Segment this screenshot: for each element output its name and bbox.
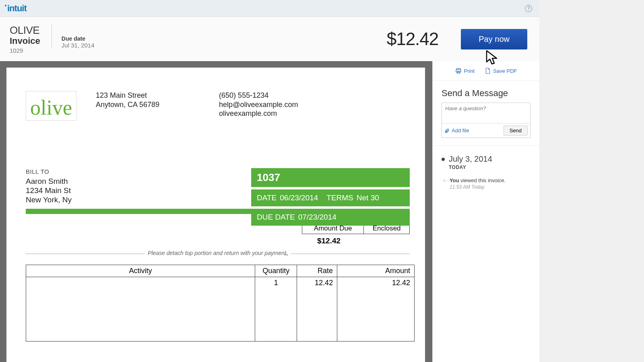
detach-instruction: ✂ Please detach top portion and return w…	[26, 253, 410, 259]
message-input[interactable]	[442, 103, 530, 121]
table-row: 1 12.42 12.42	[26, 277, 415, 341]
timeline-today-label: TODAY	[449, 165, 530, 170]
bill-to-block: Aaron Smith 1234 Main St New York, Ny	[26, 177, 251, 205]
amount-due-value: $12.42	[302, 237, 356, 245]
timeline-event-bullet	[443, 179, 446, 182]
invoice-due-date-row: DUE DATE07/23/2014	[251, 209, 410, 226]
invoice-amount-total: $12.42	[387, 29, 439, 49]
invoice-document: olive 123 Main Street Anytown, CA 56789 …	[6, 68, 425, 362]
brand-bar: intuit ?	[0, 0, 539, 17]
merchant-logo: olive	[26, 91, 76, 121]
col-quantity: Quantity	[255, 265, 297, 277]
due-date-value: Jul 31, 2014	[62, 42, 95, 49]
send-message-title: Send a Message	[442, 88, 530, 99]
col-rate: Rate	[297, 265, 337, 277]
print-button[interactable]: Print	[455, 68, 475, 74]
merchant-contact: (650) 555-1234 help@oliveexample.com oli…	[219, 91, 298, 121]
invoice-date-terms-row: DATE06/23/2014 TERMSNet 30	[251, 189, 410, 206]
invoice-meta-block: 1037 DATE06/23/2014 TERMSNet 30 DUE DATE…	[251, 168, 410, 228]
side-panel: Print Save PDF Send a Message Add file	[432, 61, 539, 362]
document-number: 1029	[10, 47, 40, 54]
document-type: Invoice	[10, 36, 40, 46]
timeline-bullet	[442, 158, 445, 161]
line-items-table: Activity Quantity Rate Amount 1 12.42 12…	[26, 265, 415, 341]
timeline-event: You viewed this invoice. 11:53 AM Today	[443, 177, 530, 190]
pay-now-button[interactable]: Pay now	[461, 29, 527, 49]
print-icon	[455, 68, 462, 74]
invoice-number-row: 1037	[251, 168, 410, 187]
scissors-icon: ✂	[284, 252, 288, 258]
send-button[interactable]: Send	[504, 125, 528, 136]
add-file-button[interactable]: Add file	[444, 128, 469, 134]
svg-rect-1	[456, 70, 461, 72]
col-activity: Activity	[26, 265, 255, 277]
activity-timeline: July 3, 2014 TODAY You viewed this invoi…	[433, 146, 539, 199]
company-name: OLIVE	[10, 24, 40, 37]
merchant-address: 123 Main Street Anytown, CA 56789	[96, 91, 159, 121]
invoice-summary-header: OLIVE Invoice 1029 Due date Jul 31, 2014…	[0, 17, 539, 61]
intuit-logo: intuit	[7, 3, 28, 14]
send-message-panel: Send a Message Add file Send	[433, 81, 539, 146]
help-icon[interactable]: ?	[525, 5, 532, 12]
app-window: intuit ? OLIVE Invoice 1029 Due date Jul…	[0, 0, 539, 362]
save-pdf-button[interactable]: Save PDF	[485, 68, 517, 74]
document-viewport[interactable]: olive 123 Main Street Anytown, CA 56789 …	[0, 61, 432, 362]
bill-to-label: BILL TO	[26, 168, 251, 175]
file-icon	[485, 68, 491, 74]
due-date-label: Due date	[62, 35, 95, 42]
col-amount: Amount	[337, 265, 415, 277]
paperclip-icon	[444, 128, 450, 134]
timeline-date: July 3, 2014	[449, 154, 492, 164]
timeline-event-time: 11:53 AM Today	[450, 184, 506, 190]
